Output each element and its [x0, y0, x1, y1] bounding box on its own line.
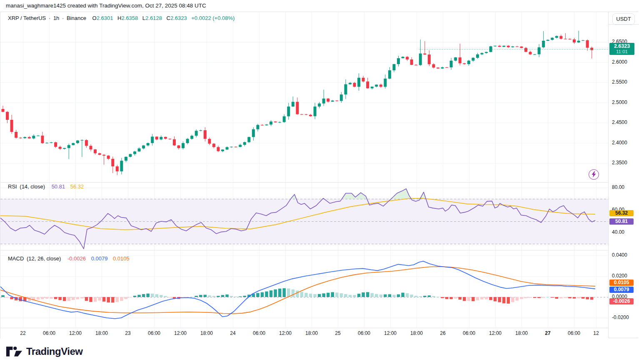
macd-histogram	[1, 288, 593, 304]
tradingview-logo[interactable]: TradingView	[6, 346, 82, 357]
rsi-value: 50.81	[52, 183, 65, 190]
tradingview-logo-text: TradingView	[26, 346, 82, 357]
tradingview-logo-icon	[6, 346, 22, 357]
pane-separator[interactable]	[0, 250, 609, 250]
price-axis-label: 2.5000	[612, 99, 627, 105]
rsi-legend[interactable]: RSI (14, close) 50.81 56.32	[8, 183, 85, 190]
currency-toggle-button[interactable]: USDT	[612, 13, 635, 25]
price-axis-label: 2.6000	[612, 59, 627, 65]
bar-countdown: 11:01	[609, 49, 634, 54]
ohlc-high-value: 2.6358	[121, 15, 138, 21]
price-axis-label: 2.5500	[612, 79, 627, 85]
symbol-legend[interactable]: XRP / TetherUS · 1h · Binance O2.6301 H2…	[8, 15, 236, 21]
time-label: 25	[335, 330, 340, 336]
rsi-axis-label: 40.00	[612, 229, 624, 235]
time-label: 18:00	[515, 330, 528, 336]
time-label: 06:00	[148, 330, 160, 336]
price-axis[interactable]: USDT 2.65002.60002.55002.50002.45002.400…	[608, 12, 639, 338]
macd-pane[interactable]	[0, 250, 608, 328]
macd-axis-label: 0.0200	[612, 273, 627, 279]
lightning-button[interactable]	[589, 169, 599, 180]
ohlc-open-value: 2.6301	[97, 15, 113, 21]
macd-signal-value: 0.0105	[113, 255, 130, 262]
chart-container: XRP / TetherUS · 1h · Binance O2.6301 H2…	[0, 12, 638, 338]
time-label: 18:00	[200, 330, 213, 336]
time-label: 12:00	[69, 330, 82, 336]
vertical-gridlines	[23, 250, 597, 328]
time-label: 22	[20, 330, 25, 336]
time-label: 26	[440, 330, 445, 336]
rsi-title: RSI (14, close)	[8, 183, 46, 190]
price-axis-label: 2.4500	[612, 119, 627, 125]
time-label: 12:00	[489, 330, 502, 336]
time-label: 23	[125, 330, 130, 336]
time-label: 12:00	[279, 330, 292, 336]
attribution-text: manasi_waghmare1425 created with Trading…	[6, 2, 206, 9]
macd-hist-value: -0.0026	[67, 255, 86, 262]
rsi-pane[interactable]	[0, 182, 608, 250]
rsi-axis-badge: 56.32	[609, 210, 634, 216]
axis-header-separator	[609, 24, 639, 25]
rsi-axis-label: 80.00	[612, 184, 624, 190]
time-label: 12:00	[384, 330, 397, 336]
ohlc-low-label: L	[142, 15, 145, 21]
rsi-axis-badge: 50.81	[609, 218, 634, 225]
symbol-title: XRP / TetherUS · 1h · Binance	[8, 15, 87, 21]
time-label: 06:00	[43, 330, 55, 336]
time-label: 06:00	[358, 330, 370, 336]
macd-axis-badge: 0.0079	[609, 287, 634, 293]
price-axis-label: 2.4000	[612, 140, 627, 146]
time-label: 27	[545, 330, 550, 336]
time-label: 12:00	[174, 330, 187, 336]
current-price: 2.6323	[609, 43, 634, 49]
time-label: 06:00	[463, 330, 475, 336]
rsi-ma-value: 56.32	[70, 183, 84, 190]
ohlc-open-label: O	[92, 15, 97, 21]
macd-line-value: 0.0079	[91, 255, 108, 262]
time-axis[interactable]: 2206:0012:0018:002306:0012:0018:002406:0…	[0, 328, 608, 339]
time-label: 18:00	[410, 330, 423, 336]
ohlc-close-value: 2.6323	[170, 15, 187, 21]
pane-separator[interactable]	[0, 182, 609, 183]
change-value: +0.0022 (+0.08%)	[191, 15, 235, 21]
macd-legend[interactable]: MACD (12, 26, close) -0.0026 0.0079 0.01…	[8, 255, 131, 262]
ohlc-low-value: 2.6128	[145, 15, 162, 21]
lightning-icon	[591, 171, 597, 178]
footer-bar: TradingView	[0, 338, 639, 364]
macd-axis-badge: 0.0105	[609, 280, 634, 286]
macd-line	[0, 261, 595, 319]
time-label: 06:00	[253, 330, 265, 336]
macd-axis-label: -0.0200	[612, 314, 629, 320]
attribution-bar: manasi_waghmare1425 created with Trading…	[0, 0, 639, 12]
macd-title: MACD (12, 26, close)	[8, 255, 62, 262]
time-label: 18:00	[95, 330, 108, 336]
macd-axis-label: 0.0400	[612, 252, 627, 258]
current-price-badge: 2.632311:01	[609, 43, 634, 55]
macd-signal-line	[0, 267, 595, 314]
time-label: 24	[230, 330, 235, 336]
price-axis-label: 2.3500	[612, 160, 627, 166]
time-label: 18:00	[305, 330, 318, 336]
macd-axis-badge: -0.0026	[609, 298, 634, 305]
ohlc-close-label: C	[166, 15, 170, 21]
time-label: 12	[593, 330, 599, 336]
horizontal-gridlines	[0, 42, 608, 163]
tradingview-screenshot: manasi_waghmare1425 created with Trading…	[0, 0, 639, 364]
time-label: 06:00	[568, 330, 580, 336]
price-pane[interactable]	[0, 12, 608, 182]
